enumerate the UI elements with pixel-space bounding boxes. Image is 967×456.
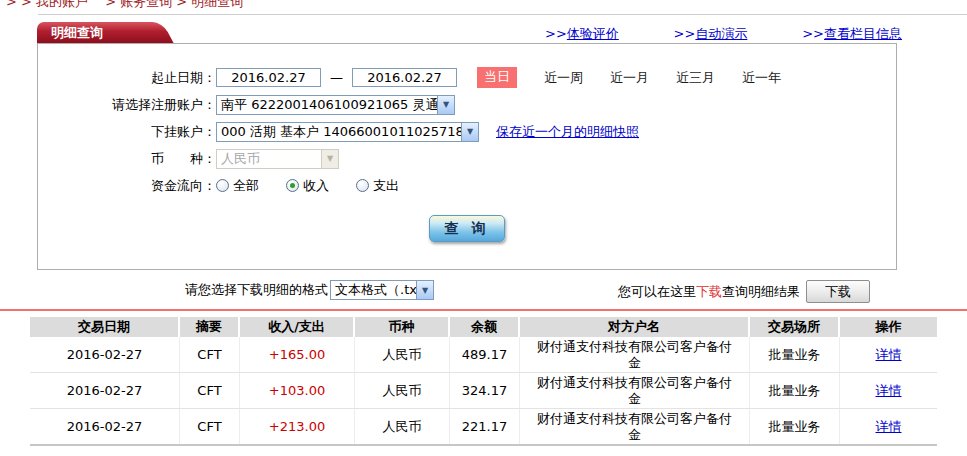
flow-radio-income[interactable]: 收入 <box>286 177 329 195</box>
cell-date: 2016-02-27 <box>30 337 180 372</box>
flow-radio-expense[interactable]: 支出 <box>356 177 399 195</box>
date-range-row: 起止日期： — 当日 近一周 近一月 近三月 近一年 <box>38 64 896 91</box>
download-format-label: 请您选择下载明细的格式 <box>185 281 328 299</box>
cell-currency: 人民币 <box>355 337 450 372</box>
chevron-down-icon: ▼ <box>321 150 338 168</box>
end-date-input[interactable] <box>352 68 457 87</box>
link-label: 查看栏目信息 <box>824 26 902 41</box>
radio-icon <box>286 179 299 192</box>
query-button[interactable]: 查 询 <box>429 215 505 242</box>
registered-account-label: 请选择注册账户： <box>38 96 216 114</box>
radio-label: 全部 <box>233 177 259 195</box>
link-auto-demo[interactable]: >>自动演示 <box>674 25 748 43</box>
link-view-column-info[interactable]: >>查看栏目信息 <box>802 25 902 43</box>
cell-date: 2016-02-27 <box>30 373 180 408</box>
download-result-group: 您可以在这里下载查询明细结果 下载 <box>618 280 870 303</box>
hint-text: 您可以在这里 <box>618 284 696 299</box>
detail-query-page: > > 我的账户 > 账务查询 > 明细查询 明细查询 >>体验评价 >>自动演… <box>0 0 967 456</box>
cell-place: 批量业务 <box>750 337 840 372</box>
table-row: 2016-02-27 CFT +165.00 人民币 489.17 财付通支付科… <box>30 337 937 373</box>
cell-summary: CFT <box>180 373 240 408</box>
column-header: 交易日期 <box>30 317 180 337</box>
cell-place: 批量业务 <box>750 409 840 444</box>
today-button[interactable]: 当日 <box>477 67 517 88</box>
chevron-down-icon: ▼ <box>461 123 478 141</box>
cell-amount: +165.00 <box>240 337 355 372</box>
hint-text: 查询明细结果 <box>722 284 800 299</box>
detail-link[interactable]: 详情 <box>876 418 902 436</box>
sub-account-select[interactable]: 000 活期 基本户 1406600101102571848 ▼ <box>216 122 479 142</box>
link-experience-rating[interactable]: >>体验评价 <box>545 25 619 43</box>
cell-counterparty: 财付通支付科技有限公司客户备付金 <box>520 337 750 372</box>
cell-balance: 324.17 <box>450 373 520 408</box>
date-range-label: 起止日期： <box>38 69 216 87</box>
range-last-week[interactable]: 近一周 <box>544 69 583 87</box>
radio-label: 支出 <box>373 177 399 195</box>
radio-icon <box>216 179 229 192</box>
query-button-row: 查 询 <box>38 215 896 242</box>
transactions-table: 交易日期 摘要 收入/支出 币种 余额 对方户名 交易场所 操作 2016-02… <box>30 317 937 446</box>
cell-action: 详情 <box>840 337 937 372</box>
range-last-year[interactable]: 近一年 <box>742 69 781 87</box>
tab-label: 明细查询 <box>51 25 103 40</box>
flow-radio-all[interactable]: 全部 <box>216 177 259 195</box>
select-value: 南平 6222001406100921065 灵通卡 <box>217 96 437 114</box>
range-last-quarter[interactable]: 近三月 <box>676 69 715 87</box>
column-header: 操作 <box>840 317 937 337</box>
sub-account-label: 下挂账户： <box>38 123 216 141</box>
cell-summary: CFT <box>180 409 240 444</box>
breadcrumb: > > 我的账户 > 账务查询 > 明细查询 <box>6 0 243 11</box>
currency-row: 币 种： 人民币 ▼ <box>38 145 896 172</box>
download-format-select[interactable]: 文本格式（.txt） ▼ <box>330 280 434 300</box>
column-header: 币种 <box>355 317 450 337</box>
select-value: 文本格式（.txt） <box>331 281 416 299</box>
cell-date: 2016-02-27 <box>30 409 180 444</box>
cell-amount: +103.00 <box>240 373 355 408</box>
currency-select: 人民币 ▼ <box>216 149 339 169</box>
hint-highlight: 下载 <box>696 284 722 299</box>
download-format-group: 请您选择下载明细的格式 文本格式（.txt） ▼ <box>185 280 434 300</box>
currency-label: 币 种： <box>38 150 216 168</box>
cell-place: 批量业务 <box>750 373 840 408</box>
chevron-down-icon: ▼ <box>416 281 433 299</box>
select-value: 人民币 <box>217 150 321 168</box>
download-hint: 您可以在这里下载查询明细结果 <box>618 283 800 301</box>
column-header: 交易场所 <box>750 317 840 337</box>
link-prefix: >> <box>802 26 824 41</box>
cell-currency: 人民币 <box>355 373 450 408</box>
save-snapshot-link[interactable]: 保存近一个月的明细快照 <box>496 123 639 141</box>
cell-action: 详情 <box>840 409 937 444</box>
header-links: >>体验评价 >>自动演示 >>查看栏目信息 <box>545 25 902 43</box>
fund-flow-label: 资金流向： <box>38 177 216 195</box>
table-row: 2016-02-27 CFT +103.00 人民币 324.17 财付通支付科… <box>30 373 937 409</box>
section-divider <box>0 309 967 311</box>
detail-link[interactable]: 详情 <box>876 382 902 400</box>
date-separator: — <box>330 70 343 85</box>
range-last-month[interactable]: 近一月 <box>610 69 649 87</box>
counterparty-name: 财付通支付科技有限公司客户备付金 <box>532 339 737 371</box>
cell-amount: +213.00 <box>240 409 355 444</box>
column-header: 余额 <box>450 317 520 337</box>
download-button[interactable]: 下载 <box>806 280 870 303</box>
link-prefix: >> <box>674 26 696 41</box>
select-value: 000 活期 基本户 1406600101102571848 <box>217 123 461 141</box>
detail-link[interactable]: 详情 <box>876 346 902 364</box>
cell-balance: 489.17 <box>450 337 520 372</box>
start-date-input[interactable] <box>216 68 321 87</box>
query-form-panel: 起止日期： — 当日 近一周 近一月 近三月 近一年 请选择注册账户： 南平 6… <box>37 43 897 270</box>
tab-detail-query[interactable]: 明细查询 <box>37 22 153 43</box>
link-label: 自动演示 <box>695 26 747 41</box>
column-header: 对方户名 <box>520 317 750 337</box>
cell-counterparty: 财付通支付科技有限公司客户备付金 <box>520 373 750 408</box>
chevron-down-icon: ▼ <box>437 96 454 114</box>
radio-icon <box>356 179 369 192</box>
registered-account-select[interactable]: 南平 6222001406100921065 灵通卡 ▼ <box>216 95 455 115</box>
header-divider <box>38 14 967 15</box>
cell-balance: 221.17 <box>450 409 520 444</box>
counterparty-name: 财付通支付科技有限公司客户备付金 <box>532 411 737 443</box>
fund-flow-row: 资金流向： 全部 收入 支出 <box>38 172 896 199</box>
cell-action: 详情 <box>840 373 937 408</box>
column-header: 收入/支出 <box>240 317 355 337</box>
registered-account-row: 请选择注册账户： 南平 6222001406100921065 灵通卡 ▼ <box>38 91 896 118</box>
link-label: 体验评价 <box>567 26 619 41</box>
